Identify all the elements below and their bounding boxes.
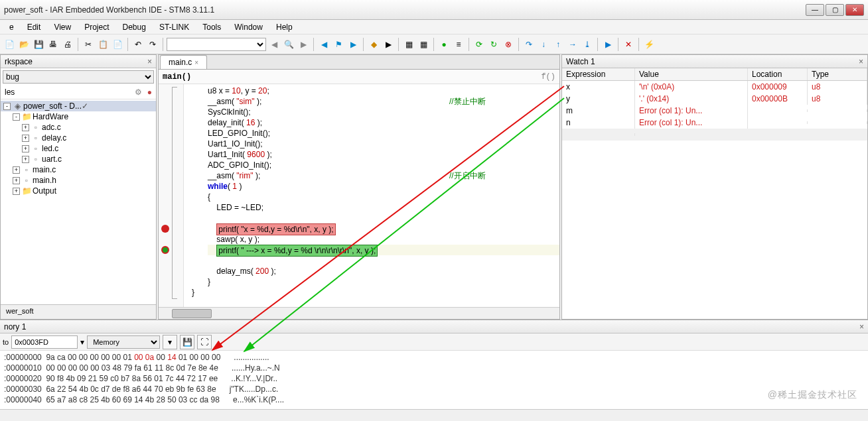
save-icon[interactable]: 💾 <box>32 38 45 51</box>
memory-dump[interactable]: :00000000 9a ca 00 00 00 00 00 01 00 0a … <box>0 351 868 412</box>
mem-down-icon[interactable]: ▾ <box>163 335 177 349</box>
dropdown-icon[interactable]: ▾ <box>80 337 84 347</box>
close-button[interactable]: ✕ <box>845 4 864 16</box>
gear-icon[interactable] <box>135 88 142 97</box>
nav-fwd-icon[interactable]: ▶ <box>297 38 310 51</box>
open-icon[interactable]: 📂 <box>17 38 31 51</box>
editor-gutter[interactable] <box>159 84 184 307</box>
scrollbar-thumb[interactable] <box>172 309 212 318</box>
debug-stop-icon[interactable]: ≡ <box>452 38 465 51</box>
panel-close-icon[interactable]: × <box>859 57 863 66</box>
compile-icon[interactable]: ▦ <box>402 38 415 51</box>
nav-back-icon[interactable]: ◀ <box>267 38 281 51</box>
workspace-config-combo[interactable]: bug <box>3 70 154 84</box>
step-over-icon[interactable]: ↷ <box>522 38 536 51</box>
copy-icon[interactable]: 📋 <box>96 38 109 51</box>
minimize-button[interactable]: — <box>806 4 824 16</box>
maximize-button[interactable]: ▢ <box>826 4 844 16</box>
go-icon[interactable]: ▶ <box>601 38 615 51</box>
tree-toggle-icon[interactable]: - <box>13 113 20 121</box>
make-icon[interactable]: ▦ <box>417 38 430 51</box>
bookmark-toggle-icon[interactable]: ⚑ <box>332 38 345 51</box>
redo-icon[interactable]: ↷ <box>146 38 159 51</box>
tree-toggle-icon[interactable]: + <box>13 177 20 184</box>
tab-close-icon[interactable]: × <box>194 59 198 66</box>
bookmark-next-icon[interactable]: ▶ <box>346 38 360 51</box>
tree-item[interactable]: -◈power_soft - D... <box>1 101 156 111</box>
tree-item[interactable]: +▫led.c <box>1 143 156 154</box>
tree-item[interactable]: +📁Output <box>1 186 156 196</box>
paste-icon[interactable]: 📄 <box>111 38 124 51</box>
run-to-cursor-icon[interactable]: ⤓ <box>581 38 594 51</box>
horizontal-scrollbar[interactable] <box>159 307 559 319</box>
tree-toggle-icon[interactable]: + <box>22 135 29 142</box>
save-all-icon[interactable]: 🖶 <box>46 38 60 51</box>
next-bp-icon[interactable]: ▶ <box>382 38 395 51</box>
cut-icon[interactable]: ✂ <box>82 38 95 51</box>
tree-item[interactable]: +▫adc.c <box>1 122 156 133</box>
nav-fx-icon[interactable]: f() <box>541 72 555 82</box>
breakpoint-icon[interactable] <box>161 225 169 233</box>
step-next-icon[interactable]: → <box>566 38 579 51</box>
memory-region-combo[interactable]: Memory <box>87 335 160 349</box>
tree-toggle-icon[interactable]: + <box>22 156 29 163</box>
watch-header-value[interactable]: Value <box>635 68 748 80</box>
tree-toggle-icon[interactable]: + <box>13 188 20 195</box>
bookmark-prev-icon[interactable]: ◀ <box>317 38 330 51</box>
watch-header-location[interactable]: Location <box>748 68 808 80</box>
tree-item[interactable]: +▫main.c <box>1 164 156 175</box>
step-out-icon[interactable]: ↑ <box>551 38 565 51</box>
workspace-tree[interactable]: -◈power_soft - D...-📁HardWare+▫adc.c+▫de… <box>1 99 156 304</box>
menu-project[interactable]: Project <box>78 21 115 34</box>
panel-close-icon[interactable]: × <box>859 322 864 331</box>
watch-grid[interactable]: Expression Value Location Type x'\n' (0x… <box>562 68 867 319</box>
mem-save-icon[interactable]: 💾 <box>180 335 194 349</box>
tree-toggle-icon[interactable]: - <box>3 103 11 110</box>
tree-toggle-icon[interactable]: + <box>22 124 29 131</box>
tree-toggle-icon[interactable]: + <box>13 166 20 174</box>
menu-window[interactable]: Window <box>228 21 269 34</box>
menu-debug[interactable]: Debug <box>116 21 153 34</box>
debug-go-icon[interactable]: ● <box>437 38 451 51</box>
nav-function[interactable]: main() <box>163 72 191 82</box>
tree-toggle-icon[interactable]: + <box>22 145 29 152</box>
reload-icon[interactable]: ↻ <box>487 38 500 51</box>
undo-icon[interactable]: ↶ <box>131 38 145 51</box>
watch-row[interactable]: nError (col 1): Un... <box>562 117 867 129</box>
toggle-bp-icon[interactable]: ◆ <box>367 38 380 51</box>
workspace-tab[interactable]: wer_soft <box>1 304 156 319</box>
find-icon[interactable]: 🔍 <box>282 38 295 51</box>
print-icon[interactable]: 🖨 <box>61 38 74 51</box>
menu-view[interactable]: View <box>47 21 78 34</box>
tree-item[interactable]: -📁HardWare <box>1 111 156 122</box>
menu-help[interactable]: Help <box>269 21 299 34</box>
watch-add-placeholder[interactable] <box>562 129 867 141</box>
memory-goto-input[interactable] <box>11 335 78 349</box>
watch-row[interactable]: y'.' (0x14)0x00000Bu8 <box>562 93 867 105</box>
code-area[interactable]: u8 x = 10, y = 20;__asm( "sim" );//禁止中断S… <box>159 84 559 307</box>
tree-item[interactable]: +▫uart.c <box>1 154 156 164</box>
restart-icon[interactable]: ⟳ <box>472 38 486 51</box>
step-into-icon[interactable]: ↓ <box>537 38 550 51</box>
watch-header-type[interactable]: Type <box>808 68 867 80</box>
menu-edit[interactable]: Edit <box>21 21 48 34</box>
tree-item[interactable]: +▫main.h <box>1 175 156 186</box>
code-editor: main.c × main() f() u8 x = 10, y = 20;__… <box>158 54 560 320</box>
watch-row[interactable]: x'\n' (0x0A)0x000009u8 <box>562 81 867 93</box>
abort-icon[interactable]: ⊗ <box>502 38 515 51</box>
stop-debug-icon[interactable]: ✕ <box>622 38 635 51</box>
editor-tab-main[interactable]: main.c × <box>160 55 207 69</box>
panel-close-icon[interactable]: × <box>147 57 152 66</box>
mem-config-icon[interactable]: ⛶ <box>197 335 212 349</box>
flash-icon[interactable]: ⚡ <box>642 38 656 51</box>
watch-row[interactable]: mError (col 1): Un... <box>562 105 867 117</box>
pc-breakpoint-icon[interactable] <box>161 246 169 254</box>
watch-header-expression[interactable]: Expression <box>562 68 635 80</box>
menu-stlink[interactable]: ST-LINK <box>153 21 196 34</box>
new-file-icon[interactable]: 📄 <box>3 38 16 51</box>
menu-file[interactable]: e <box>3 21 21 34</box>
tree-item[interactable]: +▫delay.c <box>1 133 156 143</box>
file-icon: ▫ <box>31 123 40 132</box>
find-combo[interactable] <box>167 38 266 51</box>
menu-tools[interactable]: Tools <box>196 21 228 34</box>
